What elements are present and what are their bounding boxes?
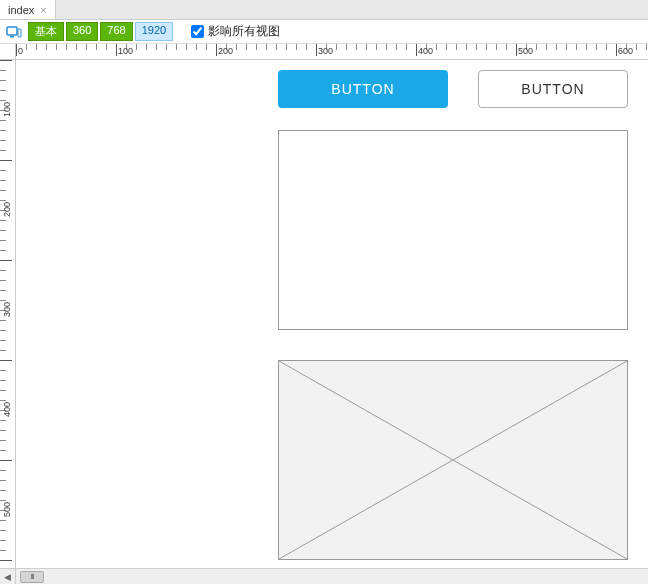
affect-all-label: 影响所有视图 (208, 23, 280, 40)
ruler-h-label: 500 (518, 46, 533, 56)
svg-rect-1 (10, 36, 14, 38)
ruler-h-label: 200 (218, 46, 233, 56)
horizontal-ruler: 0100200300400500600 (16, 44, 648, 60)
ruler-h-label: 600 (618, 46, 633, 56)
ruler-v-label: 400 (2, 402, 12, 417)
workspace: 0100200300400500600 100200300400500 BUTT… (0, 44, 648, 584)
breakpoint-toolbar: 基本 360 768 1920 影响所有视图 (0, 20, 648, 44)
affect-all-checkbox[interactable] (191, 25, 204, 38)
tab-title: index (8, 4, 34, 16)
vertical-ruler: 100200300400500 (0, 60, 16, 568)
svg-rect-2 (18, 29, 21, 37)
button-primary[interactable]: BUTTON (278, 70, 448, 108)
scroll-thumb[interactable]: III (20, 571, 44, 583)
design-canvas[interactable]: BUTTON BUTTON (16, 60, 648, 568)
breakpoint-768[interactable]: 768 (100, 22, 132, 41)
ruler-h-label: 100 (118, 46, 133, 56)
ruler-h-label: 0 (18, 46, 23, 56)
rectangle-widget[interactable] (278, 130, 628, 330)
breakpoint-1920[interactable]: 1920 (135, 22, 173, 41)
ruler-corner (0, 44, 16, 60)
tab-bar: index × (0, 0, 648, 20)
device-icon (6, 26, 22, 38)
affect-all-views[interactable]: 影响所有视图 (191, 23, 280, 40)
ruler-h-label: 300 (318, 46, 333, 56)
ruler-v-label: 500 (2, 502, 12, 517)
close-icon[interactable]: × (40, 4, 46, 16)
breakpoint-360[interactable]: 360 (66, 22, 98, 41)
image-placeholder[interactable] (278, 360, 628, 560)
horizontal-scrollbar[interactable]: ◀ III (0, 568, 648, 584)
ruler-v-label: 200 (2, 202, 12, 217)
scroll-left-arrow[interactable]: ◀ (0, 569, 16, 585)
svg-rect-0 (7, 27, 17, 35)
breakpoint-basic[interactable]: 基本 (28, 22, 64, 41)
placeholder-x-icon (279, 361, 627, 559)
button-outline[interactable]: BUTTON (478, 70, 628, 108)
ruler-h-label: 400 (418, 46, 433, 56)
scroll-track[interactable]: III (16, 569, 648, 585)
breakpoint-group: 基本 360 768 1920 (28, 22, 173, 41)
ruler-v-label: 300 (2, 302, 12, 317)
ruler-v-label: 100 (2, 102, 12, 117)
document-tab[interactable]: index × (0, 0, 56, 19)
